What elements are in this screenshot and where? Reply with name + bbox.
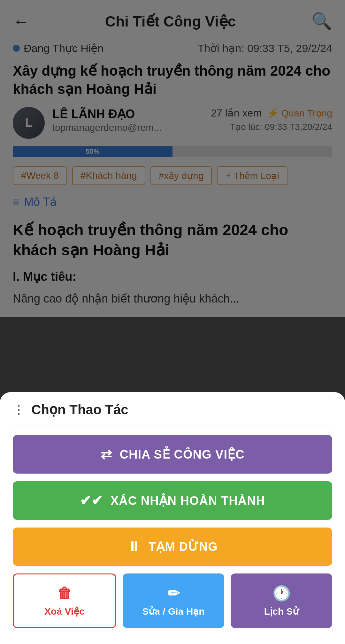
pause-icon: ⏸ bbox=[127, 539, 141, 554]
bottom-sheet-header: ⋮ Chọn Thao Tác bbox=[13, 402, 332, 425]
pause-label: TẠM DỪNG bbox=[149, 540, 218, 554]
delete-label: Xoá Việc bbox=[44, 606, 85, 617]
history-icon: 🕐 bbox=[272, 585, 291, 602]
confirm-label: XÁC NHẬN HOÀN THÀNH bbox=[111, 494, 265, 508]
edit-icon: ✏ bbox=[167, 585, 180, 602]
bottom-sheet-title: Chọn Thao Tác bbox=[31, 402, 128, 417]
share-label: CHIA SẺ CÔNG VIỆC bbox=[120, 447, 245, 461]
confirm-icon: ✔✔ bbox=[80, 493, 103, 508]
history-label: Lịch Sử bbox=[264, 606, 299, 617]
dots-icon: ⋮ bbox=[13, 403, 25, 417]
share-button[interactable]: ⇄ CHIA SẺ CÔNG VIỆC bbox=[13, 435, 332, 474]
edit-button[interactable]: ✏ Sửa / Gia Hạn bbox=[123, 573, 224, 628]
edit-label: Sửa / Gia Hạn bbox=[142, 606, 204, 617]
delete-button[interactable]: 🗑 Xoá Việc bbox=[13, 573, 116, 628]
pause-button[interactable]: ⏸ TẠM DỪNG bbox=[13, 528, 332, 566]
confirm-button[interactable]: ✔✔ XÁC NHẬN HOÀN THÀNH bbox=[13, 481, 332, 520]
delete-icon: 🗑 bbox=[57, 585, 72, 602]
history-button[interactable]: 🕐 Lịch Sử bbox=[231, 573, 332, 628]
share-icon: ⇄ bbox=[101, 446, 112, 462]
bottom-sheet: ⋮ Chọn Thao Tác ⇄ CHIA SẺ CÔNG VIỆC ✔✔ X… bbox=[0, 392, 345, 644]
bottom-btn-row: 🗑 Xoá Việc ✏ Sửa / Gia Hạn 🕐 Lịch Sử bbox=[13, 573, 332, 628]
